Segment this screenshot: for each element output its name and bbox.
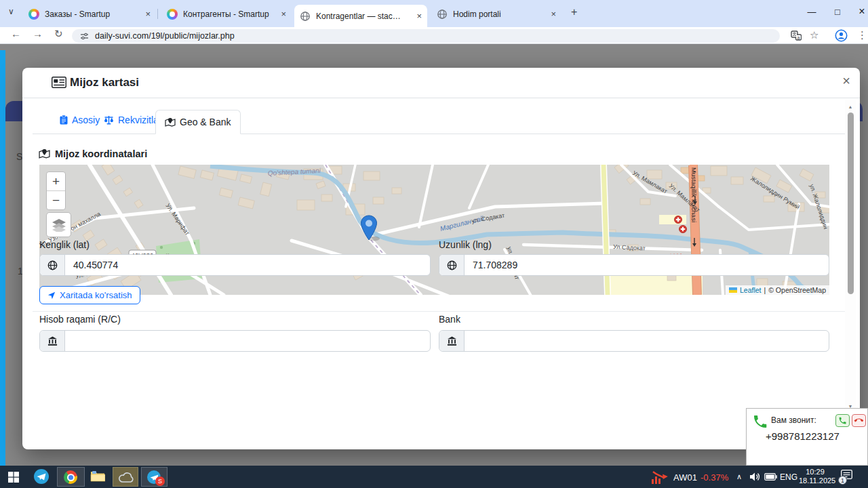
divider (33, 311, 848, 312)
map-zoom-control: + − (46, 171, 66, 210)
file-explorer-icon[interactable] (90, 470, 105, 483)
globe-icon (439, 255, 465, 275)
page-edge-strip (0, 50, 5, 466)
tab-title: Hodim portali (453, 9, 501, 19)
window-maximize-button[interactable]: □ (827, 0, 848, 23)
new-tab-button[interactable]: + (571, 6, 577, 18)
decline-call-button[interactable] (852, 414, 866, 427)
chrome-taskbar-button[interactable] (57, 467, 85, 487)
call-number: +998781223127 (766, 430, 840, 442)
browser-tab-kontragenty[interactable]: Контрагенты - Smartup × (161, 5, 292, 23)
bank-label: Bank (439, 314, 460, 325)
globe-icon (40, 255, 65, 275)
clock-time: 10:29 (799, 468, 831, 476)
scales-icon (104, 115, 114, 125)
tab-rekvizitlar[interactable]: Rekvizitlar (104, 115, 162, 125)
modal-title: Mijoz kartasi (70, 76, 139, 89)
back-icon[interactable]: ← (11, 28, 21, 39)
ukraine-flag-icon (729, 287, 737, 293)
answer-icon (838, 416, 847, 425)
smartup-favicon (167, 9, 178, 20)
clock[interactable]: 10:29 18.11.2025 (799, 468, 831, 485)
action-center-icon[interactable]: 1 (840, 470, 852, 485)
location-marker[interactable] (360, 215, 378, 241)
browser-tab-zakazy[interactable]: Заказы - Smartup × (23, 5, 156, 23)
forward-icon[interactable]: → (33, 28, 43, 39)
cloud-app-taskbar-button[interactable] (113, 467, 138, 487)
url-bar[interactable]: daily-suvi.com/19l/public/mijozlar.php (72, 29, 780, 43)
tab-label: Asosiy (72, 115, 100, 125)
section-title: Mijoz koordinatalari (39, 148, 147, 159)
window-close-button[interactable]: × (852, 0, 868, 23)
call-title: Вам звонит: (771, 415, 816, 425)
telegram-icon[interactable] (34, 469, 49, 484)
map-layers-button[interactable] (46, 212, 71, 237)
tab-asosiy[interactable]: Asosiy (60, 115, 100, 125)
language-indicator[interactable]: ENG (780, 472, 797, 482)
bank-icon (40, 331, 65, 351)
start-button-icon[interactable] (8, 472, 19, 483)
browser-menu-icon[interactable]: ⋮ (857, 29, 867, 41)
bank-icon (439, 331, 465, 351)
zoom-in-button[interactable]: + (47, 172, 65, 191)
close-tab-icon[interactable]: × (145, 9, 151, 19)
section-title-text: Mijoz koordinatalari (55, 148, 147, 159)
messenger-taskbar-button[interactable]: S (141, 467, 167, 487)
clock-date: 18.11.2025 (799, 476, 831, 485)
stock-ticker-icon[interactable] (651, 470, 669, 485)
bank-input-group (439, 330, 829, 352)
chrome-icon (64, 470, 77, 484)
ticker-symbol[interactable]: AW01 (673, 472, 697, 483)
layers-icon (52, 218, 66, 232)
tab-search-icon[interactable]: ∨ (8, 7, 14, 16)
battery-icon[interactable] (764, 473, 777, 481)
zoom-out-button[interactable]: − (47, 191, 65, 210)
decline-icon (852, 414, 865, 426)
modal-close-icon[interactable]: × (842, 73, 850, 89)
show-on-map-button[interactable]: Xaritada ko'rsatish (39, 286, 140, 304)
show-on-map-label: Xaritada ko'rsatish (60, 290, 132, 300)
scrollbar-thumb[interactable] (848, 113, 854, 294)
tab-geo-bank-active[interactable]: Geo & Bank (155, 110, 241, 134)
close-tab-icon[interactable]: × (281, 9, 286, 19)
site-settings-icon[interactable] (80, 32, 89, 41)
tab-title: Контрагенты - Smartup (183, 9, 269, 19)
lat-input[interactable] (65, 255, 430, 275)
osm-link[interactable]: © OpenStreetMap (768, 286, 826, 294)
window-minimize-button[interactable]: — (802, 0, 822, 23)
map-pin-icon (39, 149, 50, 159)
incoming-call-icon (752, 413, 768, 430)
browser-tab-kontragentlar-active[interactable]: Kontragentlar — stacked moda × (294, 5, 427, 27)
close-tab-icon[interactable]: × (551, 9, 556, 19)
lng-label: Uzunlik (lng) (439, 239, 492, 250)
reload-icon[interactable]: ↻ (54, 28, 63, 40)
account-input[interactable] (65, 331, 430, 351)
modal-scrollbar[interactable]: ▲ ▼ (845, 100, 856, 413)
account-input-group (39, 330, 431, 352)
cloud-icon (119, 472, 134, 483)
translate-icon[interactable]: a (791, 30, 802, 41)
lat-label: Kenglik (lat) (39, 239, 90, 250)
ticker-change[interactable]: -0.37% (701, 472, 728, 483)
street-label: Mustaqillik ko'chasi (690, 167, 698, 222)
lng-input[interactable] (465, 255, 829, 275)
leaflet-link[interactable]: Leaflet (740, 286, 762, 294)
bank-input[interactable] (465, 331, 829, 351)
tab-title: Заказы - Smartup (45, 9, 110, 19)
close-tab-icon[interactable]: × (416, 11, 422, 21)
taskbar: S AW01 -0.37% ∧ ENG 10:29 18.11.2025 (0, 466, 868, 488)
scroll-up-icon[interactable]: ▲ (845, 104, 856, 109)
profile-avatar-icon[interactable] (835, 29, 848, 42)
globe-favicon (437, 9, 448, 20)
tray-chevron-icon[interactable]: ∧ (736, 472, 742, 481)
map-attribution: Leaflet | © OpenStreetMap (726, 285, 829, 295)
bookmark-star-icon[interactable]: ☆ (810, 29, 818, 41)
volume-icon[interactable] (749, 472, 761, 482)
answer-call-button[interactable] (835, 414, 850, 427)
browser-tab-hodim[interactable]: Hodim portali × (431, 5, 561, 23)
id-card-icon (52, 77, 66, 88)
navigation-arrow-icon (47, 291, 56, 300)
account-label: Hisob raqami (R/C) (39, 314, 121, 325)
tab-label: Geo & Bank (180, 117, 231, 127)
tab-title: Kontragentlar — stacked moda (316, 12, 403, 21)
